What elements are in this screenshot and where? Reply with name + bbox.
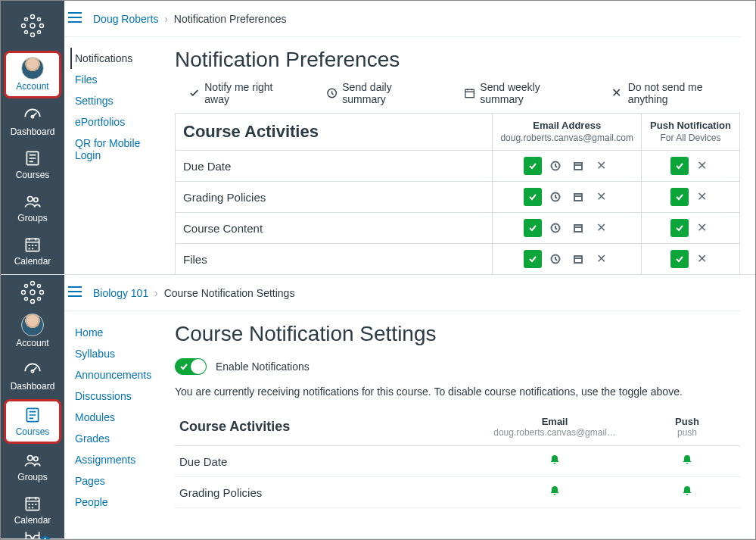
profile-subnav: Notifications Files Settings ePortfolios… bbox=[64, 37, 175, 274]
rail-label-calendar: Calendar bbox=[14, 515, 51, 526]
bell-icon[interactable] bbox=[549, 455, 561, 468]
rail-item-account[interactable]: Account bbox=[4, 51, 61, 98]
freq-daily-button[interactable] bbox=[546, 157, 565, 175]
rail-label-account: Account bbox=[16, 338, 48, 348]
push-off-button[interactable]: ✕ bbox=[693, 188, 711, 206]
freq-daily-button[interactable] bbox=[546, 188, 565, 206]
canvas-logo[interactable] bbox=[1, 5, 64, 46]
enable-notifications-row: Enable Notifications bbox=[175, 354, 740, 385]
bell-icon[interactable] bbox=[681, 455, 693, 468]
rail-item-dashboard[interactable]: Dashboard bbox=[1, 100, 64, 143]
freq-immediate-button[interactable] bbox=[524, 219, 542, 237]
freq-never-button[interactable]: ✕ bbox=[592, 250, 610, 268]
push-on-button[interactable] bbox=[670, 188, 689, 206]
subnav-item-announcements[interactable]: Announcements bbox=[70, 364, 167, 385]
rail-item-courses[interactable]: Courses bbox=[4, 399, 61, 444]
push-on-button[interactable] bbox=[670, 157, 689, 175]
freq-weekly-button[interactable] bbox=[569, 188, 587, 206]
push-on-button[interactable] bbox=[670, 219, 689, 237]
rail-item-groups[interactable]: Groups bbox=[1, 445, 64, 488]
subnav-item-assignments[interactable]: Assignments bbox=[70, 449, 167, 470]
hamburger-icon[interactable] bbox=[64, 8, 86, 29]
subnav-item-pages[interactable]: Pages bbox=[70, 470, 167, 492]
rail-label-groups: Groups bbox=[17, 472, 47, 482]
push-on-button[interactable] bbox=[670, 250, 689, 268]
svg-point-24 bbox=[30, 290, 35, 295]
frequency-legend: Notify me right away Send daily summary … bbox=[175, 80, 740, 113]
email-options: ✕ bbox=[493, 151, 642, 182]
svg-rect-17 bbox=[574, 163, 582, 170]
svg-point-7 bbox=[25, 31, 28, 34]
channel-email-header[interactable]: Email doug.roberts.canvas@gmail… bbox=[475, 408, 634, 446]
legend-daily: Send daily summary bbox=[326, 81, 434, 105]
freq-daily-button[interactable] bbox=[546, 219, 565, 237]
svg-point-2 bbox=[31, 33, 35, 37]
svg-point-0 bbox=[30, 23, 35, 28]
rail-item-courses[interactable]: Courses bbox=[1, 143, 64, 186]
subnav-files[interactable]: Files bbox=[70, 69, 167, 90]
subnav-item-people[interactable]: People bbox=[70, 492, 167, 513]
content-column: Notification Preferences Notify me right… bbox=[175, 37, 740, 274]
freq-weekly-button[interactable] bbox=[569, 219, 587, 237]
breadcrumb-current: Notification Preferences bbox=[174, 13, 287, 25]
push-off-button[interactable]: ✕ bbox=[693, 250, 711, 268]
rail-item-calendar[interactable]: Calendar bbox=[1, 488, 64, 532]
subnav-settings[interactable]: Settings bbox=[70, 90, 167, 111]
account-notification-prefs-view: Account Dashboard Courses Groups Calenda… bbox=[1, 1, 755, 275]
freq-never-button[interactable]: ✕ bbox=[592, 157, 610, 175]
subnav-item-grades[interactable]: Grades bbox=[70, 428, 167, 449]
freq-immediate-button[interactable] bbox=[524, 157, 542, 175]
enable-notifications-label: Enable Notifications bbox=[216, 361, 310, 373]
freq-daily-button[interactable] bbox=[546, 250, 565, 268]
chevron-right-icon: › bbox=[151, 287, 161, 299]
courses-icon bbox=[23, 148, 42, 168]
freq-immediate-button[interactable] bbox=[524, 250, 542, 268]
enable-notifications-toggle[interactable] bbox=[175, 358, 207, 375]
push-off-button[interactable]: ✕ bbox=[693, 157, 711, 175]
freq-immediate-button[interactable] bbox=[524, 188, 542, 206]
hamburger-icon[interactable] bbox=[64, 282, 86, 303]
dashboard-icon bbox=[23, 105, 42, 125]
bell-icon[interactable] bbox=[549, 486, 561, 499]
breadcrumb-user-link[interactable]: Doug Roberts bbox=[93, 13, 158, 25]
channel-push-header[interactable]: Push push bbox=[634, 408, 740, 446]
svg-point-12 bbox=[34, 198, 38, 201]
page-title: Notification Preferences bbox=[175, 48, 740, 72]
push-off-button[interactable]: ✕ bbox=[693, 219, 711, 237]
subnav-eportfolios[interactable]: ePortfolios bbox=[70, 111, 167, 133]
push-cell bbox=[634, 477, 740, 508]
rail-item-groups[interactable]: Groups bbox=[1, 186, 64, 229]
channel-push-header[interactable]: Push Notification For All Devices bbox=[642, 114, 740, 151]
freq-never-button[interactable]: ✕ bbox=[592, 188, 610, 206]
email-cell bbox=[475, 446, 634, 477]
subnav-item-discussions[interactable]: Discussions bbox=[70, 385, 167, 407]
bell-icon[interactable] bbox=[681, 486, 693, 499]
chevron-right-icon: › bbox=[161, 13, 171, 25]
breadcrumb-course-link[interactable]: Biology 101 bbox=[93, 287, 148, 299]
freq-never-button[interactable]: ✕ bbox=[592, 219, 610, 237]
push-options: ✕ bbox=[642, 213, 740, 244]
rail-item-account[interactable]: Account bbox=[1, 308, 64, 354]
rail-item-inbox[interactable]: 1 bbox=[1, 532, 64, 540]
subnav-item-modules[interactable]: Modules bbox=[70, 407, 167, 428]
subnav-item-home[interactable]: Home bbox=[70, 322, 167, 343]
svg-rect-21 bbox=[574, 225, 582, 232]
svg-point-36 bbox=[34, 457, 38, 460]
rail-item-calendar[interactable]: Calendar bbox=[1, 229, 64, 273]
rail-label-dashboard: Dashboard bbox=[11, 381, 55, 392]
channel-email-header[interactable]: Email Address doug.roberts.canvas@gmail.… bbox=[493, 114, 642, 151]
category-name: Grading Policies bbox=[176, 182, 493, 213]
category-name: Due Date bbox=[176, 151, 493, 182]
email-cell bbox=[475, 477, 634, 508]
subnav-item-syllabus[interactable]: Syllabus bbox=[70, 343, 167, 364]
email-options: ✕ bbox=[493, 244, 642, 274]
rail-item-dashboard[interactable]: Dashboard bbox=[1, 354, 64, 398]
freq-weekly-button[interactable] bbox=[569, 157, 587, 175]
subnav-qr-login[interactable]: QR for Mobile Login bbox=[70, 133, 167, 166]
svg-point-31 bbox=[25, 298, 28, 301]
freq-weekly-button[interactable] bbox=[569, 250, 587, 268]
push-options: ✕ bbox=[642, 244, 740, 274]
canvas-logo[interactable] bbox=[1, 279, 64, 305]
subnav-notifications[interactable]: Notifications bbox=[70, 48, 167, 69]
legend-weekly: Send weekly summary bbox=[464, 81, 581, 105]
